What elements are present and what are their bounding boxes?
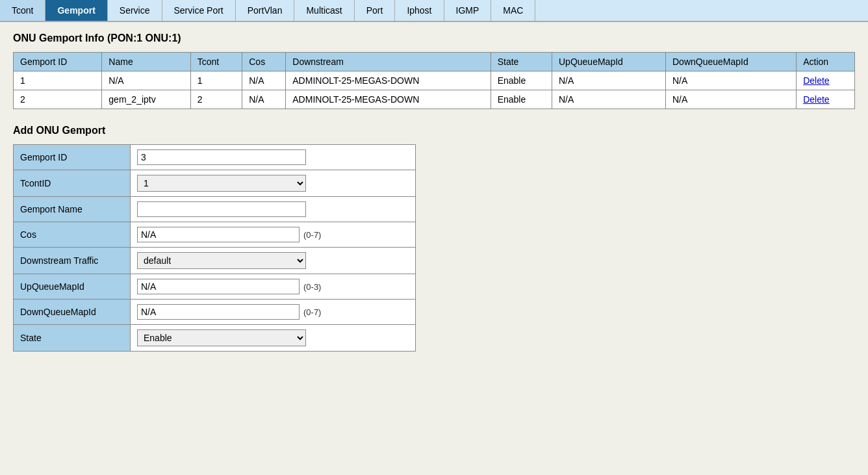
- tcont-id-select[interactable]: 123: [137, 175, 306, 192]
- gemport-id-input[interactable]: [137, 149, 306, 165]
- col-state: State: [491, 53, 552, 71]
- add-section-title: Add ONU Gemport: [13, 125, 855, 136]
- table-row: 2gem_2_iptv2N/AADMINOLT-25-MEGAS-DOWNEna…: [14, 90, 855, 109]
- state-select[interactable]: EnableDisable: [137, 329, 306, 346]
- col-upqueue: UpQueueMapId: [552, 53, 666, 71]
- upqueue-label: UpQueueMapId: [14, 274, 131, 300]
- form-row-gemport-id: Gemport ID: [14, 145, 416, 170]
- delete-link[interactable]: Delete: [803, 75, 829, 86]
- cos-range: (0-7): [303, 230, 321, 240]
- gemport-id-label: Gemport ID: [14, 145, 131, 170]
- tab-portvlan[interactable]: PortVlan: [236, 0, 295, 21]
- tcont-id-label: TcontID: [14, 170, 131, 197]
- tab-port[interactable]: Port: [355, 0, 396, 21]
- cos-input[interactable]: [137, 227, 300, 242]
- form-row-state: State EnableDisable: [14, 325, 416, 352]
- form-row-upqueue: UpQueueMapId (0-3): [14, 274, 416, 300]
- tab-bar: Tcont Gemport Service Service Port PortV…: [0, 0, 868, 22]
- gemport-info-table: Gemport ID Name Tcont Cos Downstream Sta…: [13, 52, 855, 109]
- gemport-name-input[interactable]: [137, 201, 306, 217]
- col-gemport-id: Gemport ID: [14, 53, 102, 71]
- col-downqueue: DownQueueMapId: [666, 53, 797, 71]
- state-label: State: [14, 325, 131, 352]
- tab-service[interactable]: Service: [108, 0, 162, 21]
- page-content: ONU Gemport Info (PON:1 ONU:1) Gemport I…: [0, 22, 868, 362]
- form-row-gemport-name: Gemport Name: [14, 197, 416, 222]
- page-title: ONU Gemport Info (PON:1 ONU:1): [13, 32, 855, 44]
- downqueue-cell: (0-7): [131, 300, 416, 325]
- tab-igmp[interactable]: IGMP: [444, 0, 492, 21]
- table-row: 1N/A1N/AADMINOLT-25-MEGAS-DOWNEnableN/AN…: [14, 71, 855, 90]
- tab-multicast[interactable]: Multicast: [294, 0, 354, 21]
- col-downstream: Downstream: [286, 53, 491, 71]
- add-gemport-form: Gemport ID TcontID 123 Gemport Name Cos: [13, 144, 416, 352]
- downqueue-label: DownQueueMapId: [14, 300, 131, 325]
- delete-link[interactable]: Delete: [803, 94, 829, 105]
- gemport-name-label: Gemport Name: [14, 197, 131, 222]
- form-row-cos: Cos (0-7): [14, 222, 416, 248]
- form-row-downqueue: DownQueueMapId (0-7): [14, 300, 416, 325]
- tab-mac[interactable]: MAC: [491, 0, 535, 21]
- tab-gemport[interactable]: Gemport: [45, 0, 107, 21]
- upqueue-input[interactable]: [137, 279, 300, 294]
- col-cos: Cos: [242, 53, 286, 71]
- upqueue-range: (0-3): [303, 282, 321, 292]
- col-name: Name: [102, 53, 190, 71]
- cos-cell: (0-7): [131, 222, 416, 248]
- cos-label: Cos: [14, 222, 131, 248]
- tab-iphost[interactable]: Iphost: [395, 0, 444, 21]
- downqueue-input[interactable]: [137, 304, 300, 320]
- form-row-downstream-traffic: Downstream Traffic default: [14, 248, 416, 274]
- tcont-id-cell: 123: [131, 170, 416, 197]
- state-cell: EnableDisable: [131, 325, 416, 352]
- col-tcont: Tcont: [190, 53, 242, 71]
- downstream-traffic-select[interactable]: default: [137, 252, 306, 269]
- upqueue-cell: (0-3): [131, 274, 416, 300]
- downstream-traffic-label: Downstream Traffic: [14, 248, 131, 274]
- gemport-id-cell: [131, 145, 416, 170]
- tab-service-port[interactable]: Service Port: [162, 0, 236, 21]
- tab-tcont[interactable]: Tcont: [0, 0, 45, 21]
- downqueue-range: (0-7): [303, 307, 321, 317]
- col-action: Action: [797, 53, 855, 71]
- form-row-tcont-id: TcontID 123: [14, 170, 416, 197]
- gemport-name-cell: [131, 197, 416, 222]
- downstream-traffic-cell: default: [131, 248, 416, 274]
